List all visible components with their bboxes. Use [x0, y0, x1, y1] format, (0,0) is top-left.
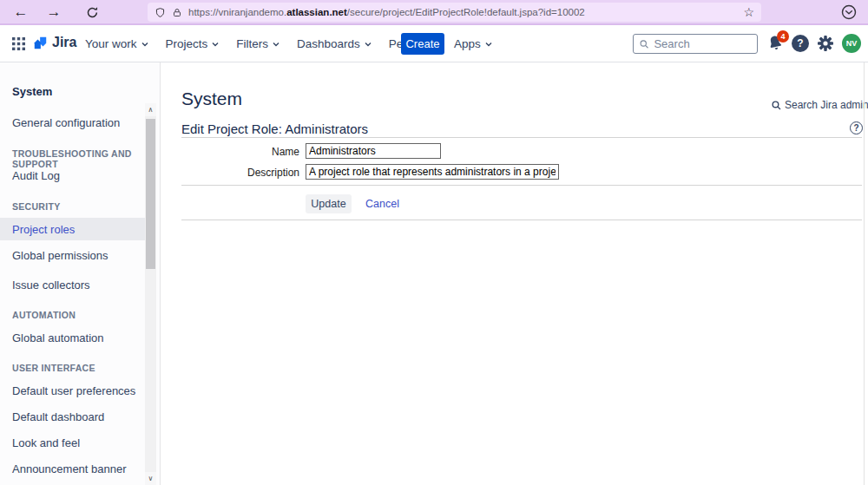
- menu-projects[interactable]: Projects: [166, 37, 220, 50]
- sidebar-item-announcement-banner[interactable]: Announcement banner: [12, 462, 141, 475]
- search-jira-admin-label: Search Jira admin: [785, 99, 868, 111]
- notification-badge: 4: [777, 30, 789, 43]
- chevron-down-icon: [485, 42, 492, 47]
- chevron-down-icon: [141, 42, 148, 47]
- pocket-save-icon[interactable]: [840, 3, 858, 24]
- cancel-link[interactable]: Cancel: [365, 198, 399, 210]
- description-label: Description: [181, 167, 299, 179]
- menu-filters[interactable]: Filters: [236, 37, 279, 50]
- search-icon: [772, 101, 781, 110]
- bookmark-star-icon[interactable]: ☆: [743, 5, 754, 19]
- chevron-down-icon: [212, 42, 219, 47]
- global-search-input[interactable]: [654, 37, 751, 50]
- jira-logo-icon: [33, 36, 48, 50]
- menu-label: Apps: [454, 37, 481, 50]
- sidebar-section-automation: AUTOMATION: [12, 310, 141, 320]
- address-bar[interactable]: https://vniranjandemo.atlassian.net/secu…: [148, 3, 761, 22]
- browser-toolbar: ← → https://vniranjandemo.atlassian.net/…: [0, 0, 868, 25]
- search-icon: [640, 39, 648, 49]
- sidebar-section-troubleshooting: TROUBLESHOOTING AND SUPPORT: [12, 148, 141, 169]
- menu-label: Your work: [85, 37, 137, 50]
- app-switcher-icon[interactable]: [12, 37, 25, 54]
- jira-navbar: Jira Your work Projects Filters Dashboar…: [0, 25, 868, 62]
- divider: [181, 220, 862, 220]
- sidebar-item-issue-collectors[interactable]: Issue collectors: [12, 279, 141, 292]
- sidebar-item-look-and-feel[interactable]: Look and feel: [12, 436, 141, 449]
- jira-logo-text: Jira: [52, 35, 76, 50]
- menu-label: Dashboards: [297, 37, 360, 50]
- url-domain: atlassian.net: [286, 7, 347, 17]
- scroll-up-arrow-icon[interactable]: ∧: [145, 103, 156, 116]
- contextual-help-icon[interactable]: ?: [850, 121, 863, 134]
- sidebar-item-audit-log[interactable]: Audit Log: [12, 169, 141, 182]
- sidebar-section-security: SECURITY: [12, 201, 141, 212]
- shield-icon[interactable]: [155, 7, 166, 18]
- name-label: Name: [181, 146, 299, 158]
- edit-project-role-heading: Edit Project Role: Administrators: [181, 121, 368, 136]
- url-prefix: https://vniranjandemo.: [188, 7, 286, 17]
- sidebar-item-default-dashboard[interactable]: Default dashboard: [12, 410, 141, 423]
- divider: [181, 137, 862, 138]
- notifications-button[interactable]: 4: [766, 34, 787, 55]
- sidebar-item-project-roles[interactable]: Project roles: [0, 218, 145, 240]
- sidebar-item-label: Project roles: [12, 223, 75, 236]
- sidebar-section-user-interface: USER INTERFACE: [12, 363, 141, 373]
- scroll-down-arrow-icon[interactable]: ∨: [145, 472, 156, 485]
- sidebar-title: System: [12, 85, 52, 98]
- browser-reload-button[interactable]: [80, 1, 104, 23]
- url-path: /secure/project/EditProjectRole!default.…: [347, 7, 585, 17]
- menu-dashboards[interactable]: Dashboards: [297, 37, 372, 50]
- sidebar-item-general-configuration[interactable]: General configuration: [12, 116, 141, 129]
- global-search-box[interactable]: [633, 34, 758, 54]
- search-jira-admin-link[interactable]: Search Jira admin: [772, 99, 868, 111]
- lock-icon[interactable]: [172, 7, 182, 18]
- chevron-down-icon: [365, 42, 372, 47]
- update-button[interactable]: Update: [306, 194, 352, 213]
- description-field[interactable]: [306, 164, 559, 180]
- name-field[interactable]: [306, 143, 441, 159]
- jira-logo[interactable]: Jira: [33, 35, 76, 50]
- sidebar-item-default-user-preferences[interactable]: Default user preferences: [12, 384, 141, 397]
- menu-your-work[interactable]: Your work: [85, 37, 148, 50]
- browser-back-button[interactable]: ←: [9, 1, 33, 23]
- sidebar-item-global-automation[interactable]: Global automation: [12, 331, 141, 344]
- url-text: https://vniranjandemo.atlassian.net/secu…: [188, 7, 736, 17]
- help-button[interactable]: ?: [792, 35, 809, 52]
- reload-icon: [86, 6, 99, 19]
- create-button[interactable]: Create: [401, 33, 444, 55]
- admin-sidebar: System General configuration TROUBLESHOO…: [0, 62, 161, 485]
- menu-apps[interactable]: Apps: [454, 37, 492, 50]
- menu-label: Projects: [166, 37, 208, 50]
- main-content: System Search Jira admin Edit Project Ro…: [161, 62, 868, 485]
- browser-forward-button[interactable]: →: [42, 1, 66, 23]
- chevron-down-icon: [273, 42, 279, 47]
- page-right-edge: [864, 62, 865, 485]
- sidebar-item-global-permissions[interactable]: Global permissions: [12, 249, 141, 262]
- gear-icon: [817, 35, 834, 52]
- user-avatar[interactable]: NV: [842, 34, 861, 53]
- menu-label: Filters: [236, 37, 268, 50]
- divider: [181, 185, 862, 186]
- sidebar-scrollbar-thumb[interactable]: [146, 119, 155, 269]
- page-title: System: [181, 88, 242, 109]
- settings-button[interactable]: [817, 35, 834, 56]
